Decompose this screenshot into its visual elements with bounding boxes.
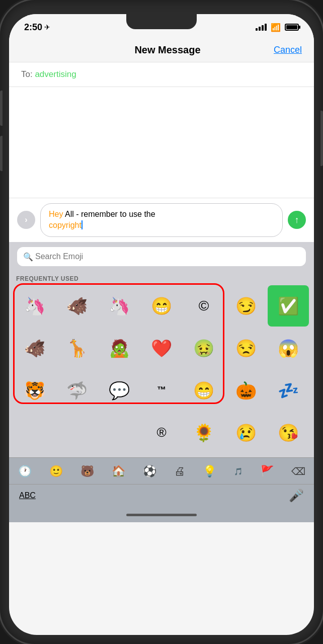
emoji-heart[interactable]: ❤️ [141, 328, 182, 369]
toolbar-delete-icon[interactable]: ⌫ [287, 463, 309, 479]
message-text-copyright: copyright [49, 221, 82, 229]
emoji-search-input[interactable] [17, 247, 306, 266]
toolbar-flags-icon[interactable]: 🚩 [256, 463, 278, 480]
emoji-scream[interactable]: 😱 [268, 328, 309, 369]
emoji-empty3[interactable] [99, 412, 140, 453]
emoji-grid: 🦄 🐗 🦄 😁 © 😏 ✅ 🐗 🦒 🧟 ❤️ 🤢 😒 😱 [14, 285, 309, 453]
toolbar-activities-icon[interactable]: ⚽ [139, 463, 160, 480]
chevron-right-icon: › [25, 215, 27, 224]
emoji-tm[interactable]: ™ [141, 370, 182, 411]
emoji-shark[interactable]: 🦈 [56, 370, 98, 411]
battery-icon [285, 24, 299, 31]
to-value: advertising [35, 69, 76, 79]
emoji-smirk[interactable]: 😏 [225, 285, 267, 327]
emoji-keyboard: 🔍 FREQUENTLY USED 🦄 🐗 🦄 😁 © 😏 ✅ [9, 242, 314, 522]
status-icons: 📶 [256, 23, 299, 32]
signal-bar-4 [265, 24, 267, 31]
notch [126, 14, 197, 29]
emoji-cry[interactable]: 😢 [225, 412, 267, 453]
volume-down-button[interactable] [0, 136, 3, 171]
emoji-check[interactable]: ✅ [268, 285, 309, 327]
keyboard-toolbar: 🕐 🙂 🐻 🏠 ⚽ 🖨 💡 🎵 🚩 ⌫ [9, 457, 314, 485]
status-time: 2:50 [24, 22, 42, 33]
emoji-search-bar: 🔍 [9, 242, 314, 271]
frequently-used-label: FREQUENTLY USED [14, 275, 309, 282]
signal-bar-2 [259, 27, 261, 31]
emoji-grid-container: FREQUENTLY USED 🦄 🐗 🦄 😁 © 😏 ✅ 🐗 🦒 🧟 [9, 271, 314, 457]
signal-bar-1 [256, 28, 258, 31]
emoji-unicorn[interactable]: 🦄 [14, 285, 55, 327]
message-text-hey: Hey [49, 210, 63, 218]
to-label: To: [21, 69, 35, 79]
message-text-normal: All - remember to use the [63, 210, 155, 218]
text-cursor [82, 220, 83, 229]
toolbar-animals-icon[interactable]: 🐻 [76, 463, 98, 480]
home-indicator [9, 511, 314, 522]
emoji-boar2[interactable]: 🐗 [14, 328, 55, 369]
signal-bars [256, 24, 267, 31]
emoji-empty1[interactable] [14, 412, 55, 453]
toolbar-objects-icon[interactable]: 💡 [199, 463, 220, 480]
toolbar-smileys-icon[interactable]: 🙂 [45, 463, 67, 480]
phone-frame: 2:50 ✈ 📶 New Message Cancel [0, 0, 323, 644]
emoji-empty2[interactable] [56, 412, 98, 453]
signal-bar-3 [262, 25, 264, 31]
search-icon: 🔍 [23, 252, 33, 261]
microphone-icon[interactable]: 🎤 [289, 489, 304, 503]
search-wrapper: 🔍 [17, 247, 306, 266]
message-body[interactable] [9, 87, 314, 198]
home-bar [126, 514, 197, 516]
send-button[interactable]: ↑ [288, 211, 306, 229]
emoji-dots[interactable]: 💬 [99, 370, 140, 411]
emoji-kiss[interactable]: 😘 [268, 412, 309, 453]
emoji-zzz[interactable]: 💤 [268, 370, 309, 411]
emoji-unicorn2[interactable]: 🦄 [99, 285, 140, 327]
abc-button[interactable]: ABC [19, 491, 36, 500]
toolbar-food-icon[interactable]: 🏠 [108, 463, 129, 480]
send-icon: ↑ [295, 215, 299, 225]
power-button[interactable] [320, 111, 323, 166]
battery-fill [286, 25, 297, 29]
location-icon: ✈ [44, 23, 50, 31]
emoji-grin2[interactable]: 😁 [183, 370, 224, 411]
nav-bar: New Message Cancel [9, 40, 314, 62]
emoji-boar1[interactable]: 🐗 [56, 285, 98, 327]
emoji-registered[interactable]: ® [141, 412, 182, 453]
wifi-icon: 📶 [271, 23, 281, 32]
emoji-tiger[interactable]: 🐯 [14, 370, 55, 411]
expand-button[interactable]: › [17, 211, 35, 229]
volume-up-button[interactable] [0, 91, 3, 126]
emoji-copyright[interactable]: © [183, 285, 224, 327]
toolbar-symbols-icon[interactable]: 🎵 [230, 465, 247, 477]
emoji-nauseated[interactable]: 🤢 [183, 328, 224, 369]
cancel-button[interactable]: Cancel [274, 45, 302, 55]
toolbar-recent-icon[interactable]: 🕐 [14, 463, 36, 480]
message-input[interactable]: Hey All - remember to use the copyright [40, 203, 283, 237]
phone-screen: 2:50 ✈ 📶 New Message Cancel [9, 14, 314, 635]
emoji-zombie[interactable]: 🧟 [99, 328, 140, 369]
input-area: › Hey All - remember to use the copyrigh… [9, 198, 314, 242]
keyboard-bottom: ABC 🎤 [9, 485, 314, 511]
emoji-sunflower[interactable]: 🌻 [183, 412, 224, 453]
emoji-giraffe[interactable]: 🦒 [56, 328, 98, 369]
emoji-unamused[interactable]: 😒 [225, 328, 267, 369]
emoji-pumpkin[interactable]: 🎃 [225, 370, 267, 411]
nav-title: New Message [134, 44, 200, 56]
toolbar-travel-icon[interactable]: 🖨 [170, 463, 189, 480]
emoji-grin[interactable]: 😁 [141, 285, 182, 327]
to-field[interactable]: To: advertising [9, 62, 314, 87]
